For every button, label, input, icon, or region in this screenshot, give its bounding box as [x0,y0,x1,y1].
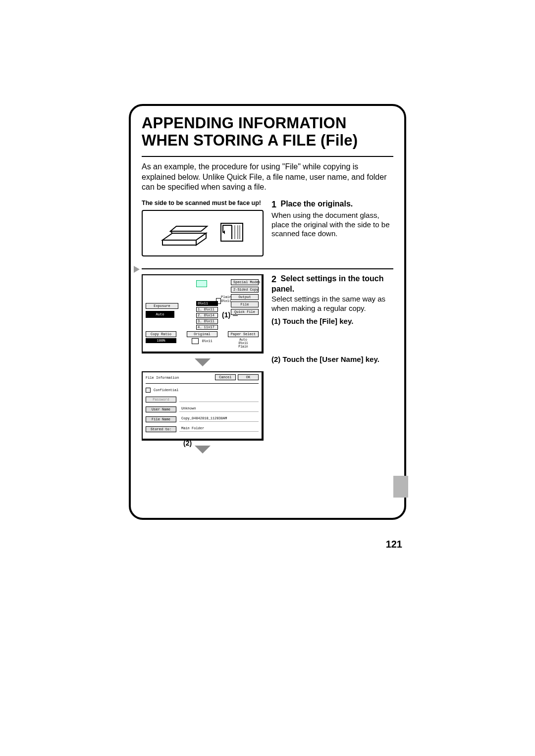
tray-head: 8½x11 [196,301,218,306]
file-name-button[interactable]: File Name [146,416,176,422]
page-stack-icon [218,221,246,245]
confidential-checkbox[interactable] [146,388,151,393]
original-page-icon [192,338,199,344]
ok-button[interactable]: OK [238,374,259,380]
user-name-value: Unknown [181,406,196,410]
callout-1: (1) [222,311,230,319]
step-1-row: The side to be scanned must be face up! [142,200,393,256]
original-size-text: 8½x11 [202,339,213,343]
stored-to-button[interactable]: Stored to: [146,426,176,432]
copy-ratio-button[interactable]: Copy Ratio [146,331,176,337]
svg-marker-1 [162,240,196,245]
tray-2[interactable]: 2. 8½x14 [196,313,218,318]
step-1-heading: 1 Place the originals. [271,200,393,210]
two-sided-button[interactable]: 2-Sided Copy [231,287,259,293]
paper-plain2: Plain [228,345,259,349]
exposure-auto: Auto [146,311,174,318]
svg-marker-3 [170,226,207,231]
tray-3[interactable]: 3. 8½x11 [196,319,218,324]
scanner-caption: The side to be scanned must be face up! [142,200,264,207]
step-rule-1 [142,268,393,269]
down-arrow-icon [195,358,211,366]
file-info-title: File Information [146,376,179,380]
original-button[interactable]: Original [187,331,217,337]
step-1-number: 1 [271,200,276,210]
user-name-button[interactable]: User Name [146,406,176,412]
title-rule [142,156,393,157]
tray-4[interactable]: 4. 11x17 [196,325,218,330]
tray-1[interactable]: 1. 8½x11 [196,307,218,312]
confidential-label: Confidential [154,388,178,392]
tray-list: 8½x11 1. 8½x11 2. 8½x14 3. 8½x11 4. 11x1… [196,301,218,331]
step-1-body: When using the document glass, place the… [271,211,393,239]
file-info-panel: File Information Cancel OK Confidential … [142,371,264,441]
file-name-value: Copy_04042010_112030AM [181,416,227,420]
step-2-row: Plain 8½x11 Exposure Auto 8½x11 1. 8½x11… [142,274,393,458]
down-arrow-icon-2 [195,446,211,454]
scanner-figure [142,210,264,256]
paper-size2: 8½x11 [228,342,259,345]
copy-ratio-value: 100% [146,338,176,343]
paper-auto: Auto [228,338,259,342]
step-2-body: Select settings in the same way as when … [271,295,393,313]
paper-select-button[interactable]: Paper Select [228,331,259,337]
intro-text: As an example, the procedure for using "… [142,162,393,192]
section-thumb-tab [393,476,408,498]
step-2-number: 2 [271,274,276,285]
paper-select-values: Auto 8½x11 Plain [228,338,259,349]
step-1-title: Place the originals. [280,200,353,208]
step-2-heading: 2 Select settings in the touch panel. [271,274,393,294]
stored-to-value-line: Main Folder [179,426,259,432]
copy-panel: Plain 8½x11 Exposure Auto 8½x11 1. 8½x11… [142,274,264,353]
preview-page-icon [196,280,207,287]
page-number: 121 [386,539,402,550]
paper-size-text: 8½x11 [221,299,231,303]
scanner-icon [160,218,209,248]
original-value: 8½x11 [187,338,217,344]
step-2-sub1: (1) Touch the [File] key. [271,317,393,325]
user-name-value-line: Unknown [179,406,259,412]
quick-file-button[interactable]: Quick File [231,309,259,315]
exposure-button[interactable]: Exposure [146,303,178,309]
special-modes-button[interactable]: Special Modes [231,279,259,285]
manual-page-frame: APPENDING INFORMATION WHEN STORING A FIL… [129,104,406,520]
step-2-sub2: (2) Touch the [User Name] key. [271,355,393,363]
cancel-button[interactable]: Cancel [215,374,236,380]
page-title: APPENDING INFORMATION WHEN STORING A FIL… [142,115,393,149]
file-button[interactable]: File [231,302,259,307]
file-name-value-line: Copy_04042010_112030AM [179,416,259,422]
stored-to-value: Main Folder [181,426,204,430]
paper-type-label: Plain 8½x11 [221,295,231,303]
callout-2: (2) [183,439,192,447]
password-value-line [179,397,259,402]
step-2-title: Select settings in the touch panel. [271,274,384,293]
output-button[interactable]: Output [231,294,259,300]
password-button: Password [146,397,176,403]
paper-plain-text: Plain [221,295,231,299]
